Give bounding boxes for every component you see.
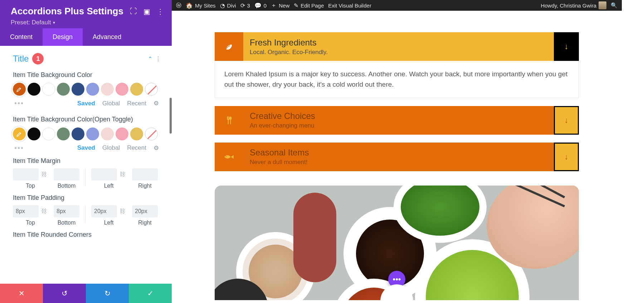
section-title: Title: [13, 54, 29, 64]
more-dots-icon[interactable]: •••: [14, 99, 24, 107]
new-link[interactable]: ＋New: [271, 2, 289, 9]
accordion-subtitle: An ever-changing menu: [250, 122, 547, 129]
kebab-menu-icon[interactable]: ⋮: [157, 7, 164, 16]
accordion-title: Seasonal Items: [250, 148, 547, 158]
swatch-row-bg-open: [13, 128, 159, 140]
padding-bottom-input[interactable]: [54, 205, 79, 217]
palette-tab-saved-2[interactable]: Saved: [77, 144, 95, 152]
dock-icon[interactable]: ▣: [143, 7, 150, 16]
accordion-item: Fresh Ingredients Local. Organic. Eco-Fr…: [215, 32, 579, 98]
module-title: Accordions Plus Settings: [11, 6, 123, 17]
sidebar-body: Title 1 ⌃ ⋮ Item Title Background Color: [0, 46, 172, 284]
settings-sidebar: Accordions Plus Settings ⛶ ▣ ⋮ Preset: D…: [0, 0, 172, 303]
redo-button[interactable]: ↻: [86, 284, 129, 303]
swatch-active-yellow[interactable]: [13, 128, 26, 140]
margin-top-input[interactable]: [13, 168, 39, 181]
leaf-icon: [215, 32, 243, 61]
accordion-title: Fresh Ingredients: [250, 38, 547, 48]
accordion-toggle[interactable]: ↓: [554, 106, 579, 135]
padding-right-input[interactable]: [132, 205, 158, 217]
divi-link[interactable]: ◔Divi: [220, 2, 236, 9]
gear-icon[interactable]: ⚙: [153, 100, 159, 107]
opt-label-bg-open: Item Title Background Color(Open Toggle): [13, 115, 159, 124]
expand-icon[interactable]: ⛶: [130, 7, 137, 15]
swatch-peri[interactable]: [86, 83, 99, 96]
save-button[interactable]: ✓: [129, 284, 172, 303]
padding-left-input[interactable]: [91, 205, 117, 217]
rounded-label: Item Title Rounded Corners: [13, 231, 159, 239]
link-icon[interactable]: ⛓: [118, 170, 126, 178]
link-icon[interactable]: ⛓: [118, 207, 126, 215]
howdy-user[interactable]: Howdy, Christina Gwira: [541, 1, 606, 9]
swatch-sage-2[interactable]: [57, 128, 70, 140]
cap-left: Left: [104, 183, 114, 189]
swatch-gold-2[interactable]: [130, 128, 143, 140]
gear-icon-2[interactable]: ⚙: [153, 144, 159, 152]
swatch-black[interactable]: [28, 83, 40, 96]
cap-top: Top: [26, 183, 35, 189]
swatch-black-2[interactable]: [28, 128, 40, 140]
swatch-none[interactable]: [145, 83, 158, 96]
accordion-subtitle: Local. Organic. Eco-Friendly.: [250, 49, 547, 56]
wp-admin-bar: ⓦ 🏠My Sites ◔Divi ⟳3 💬0 ＋New ✎Edit Page …: [172, 0, 622, 11]
tab-advanced[interactable]: Advanced: [83, 28, 131, 46]
margin-label: Item Title Margin: [13, 157, 159, 165]
search-icon[interactable]: 🔍: [611, 2, 618, 9]
wp-logo-icon[interactable]: ⓦ: [176, 2, 181, 9]
link-icon[interactable]: ⛓: [40, 207, 48, 215]
chevron-up-icon[interactable]: ⌃: [148, 56, 152, 62]
swatch-none-2[interactable]: [145, 128, 158, 140]
comments-link[interactable]: 💬0: [254, 2, 267, 9]
swatch-white-2[interactable]: [42, 128, 55, 140]
palette-tab-recent-2[interactable]: Recent: [127, 144, 146, 152]
accordion-toggle[interactable]: ↓: [554, 143, 579, 171]
swatch-white[interactable]: [42, 83, 55, 96]
sidebar-header: Accordions Plus Settings ⛶ ▣ ⋮ Preset: D…: [0, 0, 172, 28]
utensils-icon: [215, 106, 243, 135]
cap-right-2: Right: [138, 220, 151, 226]
cap-left-2: Left: [104, 220, 114, 226]
swatch-blush[interactable]: [101, 83, 114, 96]
swatch-blush-2[interactable]: [101, 128, 114, 140]
edit-page-link[interactable]: ✎Edit Page: [294, 2, 324, 9]
fab-base: [380, 284, 413, 300]
accordion-body: Lorem Khaled Ipsum is a major key to suc…: [215, 61, 579, 98]
palette-tab-global[interactable]: Global: [102, 100, 120, 107]
cap-top-2: Top: [26, 220, 35, 226]
section-kebab-icon[interactable]: ⋮: [155, 56, 161, 62]
swatch-gold[interactable]: [130, 83, 143, 96]
link-icon[interactable]: ⛓: [40, 170, 48, 178]
swatch-pink-2[interactable]: [116, 128, 128, 140]
my-sites-link[interactable]: 🏠My Sites: [186, 2, 216, 9]
swatch-navy-2[interactable]: [72, 128, 84, 140]
swatch-peri-2[interactable]: [86, 128, 99, 140]
margin-right-input[interactable]: [132, 168, 158, 181]
preset-dropdown[interactable]: Preset: Default: [11, 19, 164, 26]
palette-tab-saved[interactable]: Saved: [77, 100, 95, 107]
exit-visual-builder[interactable]: Exit Visual Builder: [328, 3, 371, 9]
cap-bottom-2: Bottom: [58, 220, 76, 226]
changes-badge: 1: [32, 53, 44, 64]
palette-tab-recent[interactable]: Recent: [127, 100, 146, 107]
swatch-pink[interactable]: [116, 83, 128, 96]
page-preview: ⓦ 🏠My Sites ◔Divi ⟳3 💬0 ＋New ✎Edit Page …: [172, 0, 622, 303]
palette-tab-global-2[interactable]: Global: [102, 144, 120, 152]
swatch-sage[interactable]: [57, 83, 70, 96]
section-header[interactable]: Title 1 ⌃ ⋮: [0, 46, 172, 68]
cancel-button[interactable]: ✕: [0, 284, 43, 303]
accordion-toggle[interactable]: ↓: [554, 32, 579, 61]
margin-left-input[interactable]: [91, 168, 117, 181]
swatch-navy[interactable]: [72, 83, 84, 96]
more-dots-icon-2[interactable]: •••: [14, 144, 24, 152]
updates-link[interactable]: ⟳3: [240, 2, 250, 9]
tab-design[interactable]: Design: [43, 28, 83, 46]
right-gutter: [622, 0, 644, 303]
undo-button[interactable]: ↺: [43, 284, 86, 303]
tab-content[interactable]: Content: [0, 28, 43, 46]
accordion-subtitle: Never a dull moment!: [250, 159, 547, 166]
margin-bottom-input[interactable]: [54, 168, 79, 181]
swatch-active-orange[interactable]: [13, 83, 26, 96]
padding-top-input[interactable]: [13, 205, 39, 217]
hero-image: •••: [215, 186, 579, 300]
cap-right: Right: [138, 183, 151, 189]
